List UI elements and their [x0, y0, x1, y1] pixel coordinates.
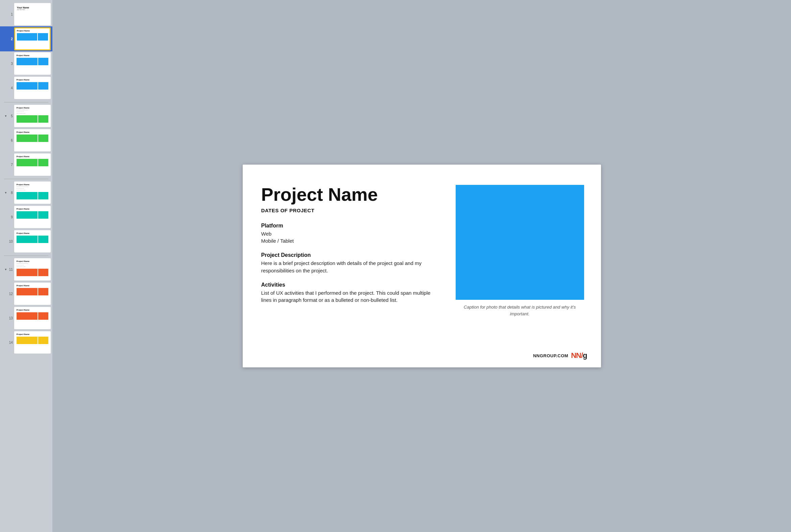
slide3-bar2 [38, 58, 48, 65]
slide-arrow-11: ▼ [4, 268, 7, 271]
slide8-bars [17, 192, 48, 200]
slide-thumb-8[interactable]: ▼ 8 Project Name —————————— — — — — — ——… [0, 180, 52, 205]
slide7-bar2 [38, 159, 48, 166]
slide-frame-13: Project Name [14, 307, 51, 329]
slide-frame-10: Project Name [14, 230, 51, 252]
nngroup-text: NNGROUP.COM [533, 353, 568, 358]
slide5-bar1 [17, 115, 38, 123]
slide-frame-2: Project Name [14, 27, 51, 50]
slide-thumb-14[interactable]: 14 Project Name [0, 330, 52, 355]
slide4-bar2 [38, 82, 48, 90]
slide-frame-12: Project Name [14, 283, 51, 305]
slide11-bars [17, 269, 48, 276]
slide-thumb-9[interactable]: 9 Project Name [0, 205, 52, 229]
slide1-name: Your Name [17, 6, 48, 9]
photo-caption: Caption for photo that details what is p… [459, 304, 581, 317]
slide14-bars [17, 337, 48, 344]
slide-panel: 1 Your Name Job Title Here 2 Project Nam… [0, 0, 52, 532]
slide-thumb-2[interactable]: 2 Project Name [0, 26, 52, 51]
slide5-title: Project Name [17, 107, 48, 109]
slide6-bars [17, 134, 48, 142]
slide13-title: Project Name [17, 309, 48, 311]
slide9-title: Project Name [17, 208, 48, 210]
slide-thumb-4[interactable]: 4 Project Name [0, 76, 52, 100]
slide-frame-5: Project Name —————————— — — — — — —— ———… [14, 105, 51, 127]
slide6-title: Project Name [17, 131, 48, 133]
slide11-bar2 [38, 269, 48, 276]
platform-item1: Web [261, 231, 272, 236]
slide11-bar1 [17, 269, 38, 276]
slide-frame-14: Project Name [14, 331, 51, 354]
slide4-title: Project Name [17, 79, 48, 81]
project-description-label: Project Description [261, 252, 442, 258]
slide6-bar1 [17, 134, 38, 142]
slide9-bars [17, 211, 48, 219]
platform-item2: Mobile / Tablet [261, 238, 294, 244]
slide14-bar2 [38, 337, 48, 344]
slide2-bar2 [38, 33, 48, 41]
slide-frame-8: Project Name —————————— — — — — — —— ———… [14, 182, 51, 204]
slide1-subtitle: Job Title Here [17, 9, 48, 11]
slide-arrow-8: ▼ [4, 191, 7, 194]
slide3-bar1 [17, 58, 38, 65]
slide3-title: Project Name [17, 54, 48, 56]
slide-frame-1: Your Name Job Title Here [14, 3, 51, 25]
slide-num-10: 10 [8, 240, 13, 243]
slide-thumb-6[interactable]: 6 Project Name [0, 128, 52, 152]
slide2-title: Project Name [17, 30, 48, 32]
slide14-bar1 [17, 337, 38, 344]
slide9-bar1 [17, 211, 38, 219]
slide-content-left: Project Name DATES OF PROJECT Platform W… [261, 185, 442, 350]
slide-num-2: 2 [8, 37, 13, 41]
slide-thumb-7[interactable]: 7 Project Name [0, 152, 52, 177]
slide-thumb-13[interactable]: 13 Project Name [0, 306, 52, 330]
slide5-bar2 [38, 115, 48, 123]
slide10-bar1 [17, 235, 38, 243]
slide-canvas: Project Name DATES OF PROJECT Platform W… [243, 165, 601, 367]
slide-frame-11: Project Name —————————— — — — — — —— ———… [14, 258, 51, 281]
slide-thumb-11[interactable]: ▼ 11 Project Name —————————— — — — — — —… [0, 257, 52, 282]
slide13-bars [17, 312, 48, 320]
slide8-bar2 [38, 192, 48, 200]
slide-num-8: 8 [8, 191, 13, 195]
slide-thumb-1[interactable]: 1 Your Name Job Title Here [0, 2, 52, 26]
slide-thumb-3[interactable]: 3 Project Name [0, 51, 52, 76]
slide4-bar1 [17, 82, 38, 90]
main-area: Project Name DATES OF PROJECT Platform W… [52, 0, 791, 532]
dates-of-project: DATES OF PROJECT [261, 208, 442, 213]
slide8-bar1 [17, 192, 38, 200]
slide-thumb-5[interactable]: ▼ 5 Project Name —————————— — — — — — ——… [0, 104, 52, 128]
slide13-bar2 [38, 312, 48, 320]
slide7-title: Project Name [17, 155, 48, 157]
photo-placeholder [456, 185, 584, 300]
slide12-bar1 [17, 288, 38, 296]
project-description-body: Here is a brief project description with… [261, 260, 442, 274]
slide9-bar2 [38, 211, 48, 219]
nn-g: g [583, 351, 587, 360]
slide-num-14: 14 [8, 341, 13, 344]
slide-frame-6: Project Name [14, 129, 51, 151]
slide-num-4: 4 [8, 86, 13, 90]
slide12-title: Project Name [17, 285, 48, 287]
slide12-bars [17, 288, 48, 296]
slide-num-3: 3 [8, 62, 13, 65]
slide10-bar2 [38, 235, 48, 243]
slide-num-5: 5 [8, 114, 13, 118]
footer-branding: NNGROUP.COM NN/ g [533, 351, 587, 360]
slide-num-13: 13 [8, 316, 13, 320]
slide2-bars [17, 33, 48, 41]
project-name-heading: Project Name [261, 185, 442, 204]
slide-frame-4: Project Name [14, 77, 51, 99]
slide10-title: Project Name [17, 232, 48, 234]
slide-num-12: 12 [8, 292, 13, 296]
slide-num-1: 1 [8, 13, 13, 16]
slide14-title: Project Name [17, 333, 48, 335]
slide-num-11: 11 [8, 268, 13, 271]
slide-num-7: 7 [8, 163, 13, 167]
slide4-bars [17, 82, 48, 90]
slide-thumb-12[interactable]: 12 Project Name [0, 282, 52, 306]
slide12-bar2 [38, 288, 48, 296]
slide6-bar2 [38, 134, 48, 142]
slide-thumb-10[interactable]: 10 Project Name [0, 229, 52, 253]
slide-frame-9: Project Name [14, 206, 51, 228]
